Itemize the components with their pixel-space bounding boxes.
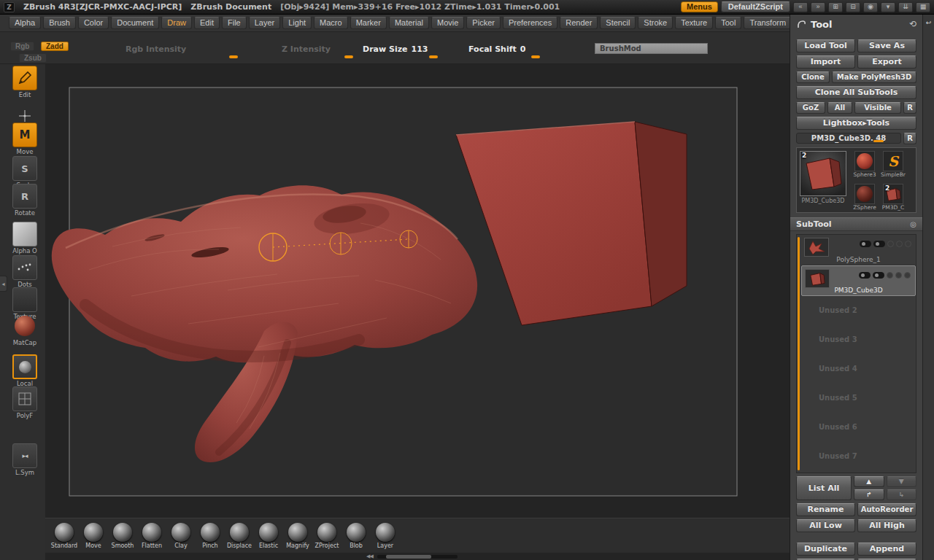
rgb-intensity-slider[interactable]: Rgb Intensity [126,44,186,54]
menu-item-picker[interactable]: Picker [466,17,501,29]
edit-mode-button[interactable]: Edit [8,66,42,98]
goz-all-button[interactable]: All [827,102,852,114]
mini-toggle[interactable] [887,241,894,247]
rotate-mode-button[interactable]: R Rotate [8,184,42,217]
menu-item-texture[interactable]: Texture [675,17,713,29]
shift-down-button[interactable]: ↳ [887,489,917,500]
menu-item-material[interactable]: Material [389,17,429,29]
subtool-slot-unused-5[interactable]: Unused 5 [801,384,916,413]
export-button[interactable]: Export [857,55,916,69]
subtool-slot-unused-6[interactable]: Unused 6 [801,413,916,442]
menu-item-color[interactable]: Color [78,17,109,29]
subtool-slot-unused-4[interactable]: Unused 4 [801,354,916,384]
lock-icon[interactable]: ◉ [863,2,878,12]
render-toggle[interactable] [873,241,885,247]
all-low-button[interactable]: All Low [796,519,855,532]
scroll-left-icon[interactable]: « [793,2,808,12]
export-doc-icon[interactable]: ⇊ [898,2,913,12]
menu-item-marker[interactable]: Marker [350,17,387,29]
grid-icon[interactable]: ▦ [916,2,930,12]
paste-doc-icon[interactable]: ⊟ [846,2,860,12]
subtool-section-header[interactable]: SubTool ◎ [790,217,922,231]
menu-item-macro[interactable]: Macro [314,17,348,29]
selected-tool[interactable]: 2 PM3D_Cube3D [800,151,846,209]
subtool-slot-unused-2[interactable]: Unused 2 [801,296,916,325]
minimize-icon[interactable]: ▾ [881,2,895,12]
subtool-slot-unused-3[interactable]: Unused 3 [801,325,916,354]
tool-thumb-zsphere[interactable]: ZSphere [851,184,879,216]
viewport-svg[interactable] [45,64,790,518]
menu-item-brush[interactable]: Brush [43,17,76,29]
brush-smooth[interactable]: Smooth [108,523,137,549]
brush-blob[interactable]: Blob [341,523,371,549]
active-tool-slider[interactable]: PM3D_Cube3D. 48 [796,133,901,144]
tool-thumb-simplebrush[interactable]: S SimpleBr [879,151,907,183]
menu-item-transform[interactable]: Transform [744,17,792,29]
clone-all-subtools-button[interactable]: Clone All SubTools [796,86,916,99]
hscroll-track[interactable] [377,555,458,559]
z-intensity-slider[interactable]: Z Intensity [282,44,331,54]
hscroll-handle[interactable] [386,555,431,559]
menu-item-alpha[interactable]: Alpha [9,17,41,29]
rgb-toggle[interactable]: Rgb [10,42,34,51]
material-selector[interactable]: MatCap [8,314,42,346]
autoreorder-button[interactable]: AutoReorder [857,503,916,516]
tool-thumb-sphere3[interactable]: Sphere3 [851,151,879,183]
copy-doc-icon[interactable]: ⊞ [828,2,843,12]
menu-item-draw[interactable]: Draw [161,17,192,29]
subtool-options-icon[interactable]: ◎ [910,220,916,228]
menu-item-tool[interactable]: Tool [715,17,741,29]
brush-clay[interactable]: Clay [166,523,196,549]
brush-magnify[interactable]: Magnify [283,523,312,549]
zadd-toggle[interactable]: Zadd [41,42,69,51]
left-divider-handle[interactable]: ◂ [0,276,7,292]
load-tool-button[interactable]: Load Tool [796,39,855,52]
default-zscript-button[interactable]: DefaultZScript [721,1,790,12]
save-as-button[interactable]: Save As [857,39,916,52]
brush-flatten[interactable]: Flatten [137,523,166,549]
reset-icon[interactable]: ⟲ [909,19,916,29]
menu-item-stencil[interactable]: Stencil [600,17,636,29]
menu-item-light[interactable]: Light [282,17,312,29]
tool-thumb-pm3d-cube[interactable]: 2 PM3D_C [879,184,907,216]
rename-button[interactable]: Rename [796,503,855,516]
menu-item-stroke[interactable]: Stroke [638,17,673,29]
brush-move[interactable]: Move [79,523,108,549]
move-down-button[interactable]: ▼ [887,476,917,487]
mini-toggle[interactable] [895,272,902,279]
polyframe-button[interactable]: PolyF [8,386,42,419]
brush-displace[interactable]: Displace [225,523,254,549]
mini-toggle[interactable] [896,241,903,247]
menu-item-edit[interactable]: Edit [194,17,220,29]
menu-item-file[interactable]: File [222,17,247,29]
document-viewport[interactable] [45,64,790,518]
subtool-item-pm3d-cube3d[interactable]: PM3D_Cube3D [801,265,916,296]
local-symmetry-button[interactable]: Local [8,354,42,387]
import-button[interactable]: Import [796,55,855,69]
menu-item-movie[interactable]: Movie [431,17,464,29]
brush-zproject[interactable]: ZProject [312,523,341,549]
brush-standard[interactable]: Standard [50,523,79,549]
move-up-button[interactable]: ▲ [854,476,884,487]
subtool-slot-unused-7[interactable]: Unused 7 [801,442,916,471]
menu-item-render[interactable]: Render [560,17,598,29]
mini-toggle[interactable] [887,272,893,279]
zsub-toggle[interactable]: Zsub [19,53,47,63]
brush-elastic[interactable]: Elastic [254,523,283,549]
menus-button[interactable]: Menus [681,1,718,12]
draw-size-slider[interactable]: Draw Size 113 [363,44,428,54]
brush-pinch[interactable]: Pinch [196,523,225,549]
list-all-button[interactable]: List All [796,476,852,500]
brush-layer[interactable]: Layer [371,523,400,549]
subtool-scrollbar[interactable] [798,237,800,470]
goz-button[interactable]: GoZ [796,102,825,114]
mini-toggle[interactable] [905,241,911,247]
subtool-item-polysphere-1[interactable]: PolySphere_1 [801,235,916,265]
stroke-selector[interactable]: Dots [8,255,42,288]
move-mode-button[interactable]: M Move [8,122,42,155]
goz-visible-button[interactable]: Visible [854,102,901,114]
brushmod-field[interactable]: BrushMod [595,43,708,54]
focal-shift-slider[interactable]: Focal Shift 0 [468,44,525,54]
clone-button[interactable]: Clone [796,71,830,83]
lsym-button[interactable]: ▸◂ L.Sym [8,443,42,476]
